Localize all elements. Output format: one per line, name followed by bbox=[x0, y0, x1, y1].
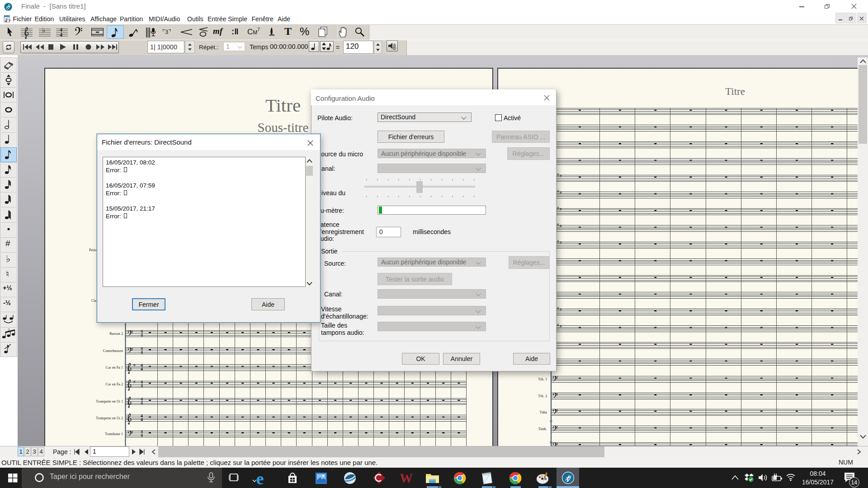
svg-text:4: 4 bbox=[141, 333, 143, 338]
svg-text:Trb. 2: Trb. 2 bbox=[538, 394, 547, 398]
svg-text:Contrebasson: Contrebasson bbox=[103, 349, 123, 353]
svg-text:♭: ♭ bbox=[42, 27, 45, 34]
svg-text:#: # bbox=[557, 323, 559, 327]
svg-text:#: # bbox=[133, 380, 136, 384]
svg-text:Trombone 1: Trombone 1 bbox=[105, 432, 123, 436]
svg-text:#: # bbox=[560, 190, 562, 195]
svg-text:4: 4 bbox=[141, 384, 143, 388]
svg-text:#: # bbox=[560, 240, 562, 245]
svg-text:#: # bbox=[560, 174, 562, 178]
svg-text:#: # bbox=[133, 363, 136, 367]
svg-text:#: # bbox=[557, 306, 559, 310]
svg-text:#: # bbox=[557, 222, 559, 227]
svg-text:Trompette en Ut 2: Trompette en Ut 2 bbox=[96, 416, 123, 420]
svg-text:Tuba: Tuba bbox=[539, 410, 547, 414]
svg-text:4: 4 bbox=[141, 433, 143, 438]
svg-text:Trompette en Ut 1: Trompette en Ut 1 bbox=[96, 399, 123, 404]
svg-text:#: # bbox=[560, 307, 562, 312]
svg-text:4: 4 bbox=[60, 32, 62, 38]
svg-text:#: # bbox=[557, 189, 559, 193]
svg-text:Titre: Titre bbox=[725, 86, 745, 97]
svg-text:#: # bbox=[557, 206, 559, 210]
svg-text:3: 3 bbox=[7, 328, 9, 332]
svg-text:Timb.: Timb. bbox=[538, 427, 547, 431]
svg-text:4: 4 bbox=[141, 418, 143, 422]
svg-text:Sous-titre: Sous-titre bbox=[258, 120, 309, 135]
svg-text:Cor en Fa 1: Cor en Fa 1 bbox=[106, 366, 123, 370]
svg-text:12: 12 bbox=[549, 419, 553, 423]
svg-text:#: # bbox=[557, 239, 559, 244]
svg-text:Basson 2: Basson 2 bbox=[109, 332, 123, 336]
svg-text:#: # bbox=[557, 172, 559, 177]
svg-text:Titre: Titre bbox=[265, 95, 301, 116]
svg-text:⌜3⌝: ⌜3⌝ bbox=[162, 28, 171, 35]
svg-text:4: 4 bbox=[141, 401, 143, 405]
svg-text:Petite: Petite bbox=[89, 248, 97, 252]
svg-text:Cor en Fa 2: Cor en Fa 2 bbox=[106, 382, 123, 386]
svg-text:Trb. 1: Trb. 1 bbox=[538, 377, 547, 381]
svg-text:#: # bbox=[560, 324, 562, 328]
svg-text:4: 4 bbox=[141, 350, 143, 355]
svg-text:12: 12 bbox=[549, 441, 553, 444]
svg-text:#: # bbox=[560, 224, 562, 228]
svg-text:#: # bbox=[560, 207, 562, 211]
svg-text:4: 4 bbox=[141, 367, 143, 371]
